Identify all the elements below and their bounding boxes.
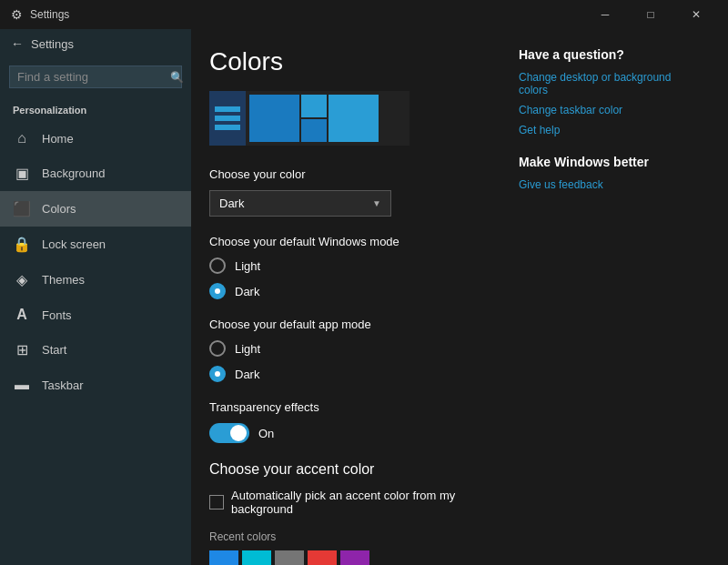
- recent-swatch-1[interactable]: [242, 550, 271, 565]
- color-dropdown[interactable]: Dark ▼: [209, 190, 391, 217]
- tile-group-2: [301, 95, 327, 142]
- home-icon: ⌂: [13, 130, 31, 146]
- themes-icon: ◈: [13, 271, 31, 288]
- sidebar-item-start[interactable]: ⊞ Start: [0, 332, 191, 368]
- recent-swatch-0[interactable]: [209, 550, 238, 565]
- windows-mode-group: Light Dark: [209, 257, 500, 299]
- back-button[interactable]: ← Settings: [0, 29, 191, 58]
- main-layout: ← Settings 🔍 Personalization ⌂ Home ▣ Ba…: [0, 29, 728, 565]
- help-link-1[interactable]: Change taskbar color: [519, 104, 701, 116]
- preview-bar-2: [215, 116, 240, 121]
- dropdown-arrow-icon: ▼: [372, 198, 381, 208]
- recent-colors-swatches: [209, 550, 500, 565]
- preview-bar-1: [215, 106, 240, 112]
- sidebar-item-taskbar[interactable]: ▬ Taskbar: [0, 368, 191, 402]
- nav-item-label: Home: [42, 132, 74, 146]
- toggle-knob: [230, 425, 247, 441]
- nav-item-label: Background: [42, 166, 105, 180]
- color-preview: [209, 91, 410, 146]
- tile-3: [329, 95, 379, 142]
- radio-label-light: Light: [235, 259, 260, 273]
- sidebar-item-colors[interactable]: ⬛ Colors: [0, 191, 191, 227]
- sidebar-item-lock-screen[interactable]: 🔒 Lock screen: [0, 227, 191, 262]
- titlebar: ⚙ Settings ─ □ ✕: [0, 0, 728, 29]
- windows-mode-light[interactable]: Light: [209, 257, 500, 274]
- close-button[interactable]: ✕: [675, 0, 717, 29]
- app-mode-dark[interactable]: Dark: [209, 366, 500, 382]
- nav-item-label: Themes: [42, 273, 85, 287]
- radio-label-app-dark: Dark: [235, 368, 259, 381]
- auto-pick-label: Automatically pick an accent color from …: [231, 489, 500, 516]
- sidebar-item-background[interactable]: ▣ Background: [0, 156, 191, 191]
- preview-left: [209, 91, 246, 146]
- preview-bar-3: [215, 125, 240, 130]
- transparency-toggle[interactable]: [209, 423, 249, 443]
- sidebar-item-fonts[interactable]: A Fonts: [0, 298, 191, 332]
- dropdown-value: Dark: [219, 197, 244, 210]
- minimize-button[interactable]: ─: [584, 0, 626, 29]
- tile-sm-1: [249, 95, 299, 142]
- search-icon: 🔍: [170, 71, 184, 84]
- app-mode-group: Light Dark: [209, 340, 500, 382]
- help-link-2[interactable]: Get help: [519, 124, 701, 136]
- auto-pick-checkbox[interactable]: [209, 495, 224, 510]
- recent-swatch-3[interactable]: [308, 550, 337, 565]
- search-box[interactable]: 🔍: [9, 66, 182, 88]
- transparency-value: On: [258, 427, 274, 440]
- radio-circle-dark: [209, 283, 226, 299]
- sidebar-item-home[interactable]: ⌂ Home: [0, 121, 191, 156]
- app-mode-light[interactable]: Light: [209, 340, 500, 357]
- radio-label-dark: Dark: [235, 285, 259, 298]
- radio-circle-app-light: [209, 340, 226, 357]
- windows-mode-label: Choose your default Windows mode: [209, 235, 500, 248]
- content-area: Colors: [191, 29, 728, 565]
- help-link-0[interactable]: Change desktop or background colors: [519, 71, 701, 96]
- titlebar-title: Settings: [30, 8, 69, 21]
- nav-item-label: Start: [42, 343, 66, 357]
- radio-circle-light: [209, 257, 226, 274]
- make-better-title: Make Windows better: [519, 155, 701, 169]
- auto-pick-row[interactable]: Automatically pick an accent color from …: [209, 489, 500, 516]
- tile-1: [301, 95, 327, 117]
- feedback-link[interactable]: Give us feedback: [519, 178, 701, 191]
- settings-icon: ⚙: [11, 7, 23, 22]
- search-input[interactable]: [17, 70, 170, 84]
- personalization-label: Personalization: [0, 96, 191, 121]
- nav-item-label: Fonts: [42, 308, 72, 322]
- accent-title: Choose your accent color: [209, 461, 500, 478]
- radio-circle-app-dark: [209, 366, 226, 382]
- start-icon: ⊞: [13, 341, 31, 358]
- page-title: Colors: [209, 47, 500, 76]
- preview-tiles: [246, 91, 410, 146]
- tile-group-1: [249, 95, 299, 142]
- app-mode-label: Choose your default app mode: [209, 318, 500, 331]
- titlebar-controls: ─ □ ✕: [584, 0, 717, 29]
- lock-icon: 🔒: [13, 236, 31, 253]
- nav-item-label: Colors: [42, 202, 76, 216]
- tile-2: [301, 119, 327, 142]
- recent-colors-title: Recent colors: [209, 530, 500, 543]
- nav-item-label: Lock screen: [42, 237, 106, 251]
- content-main: Colors: [209, 47, 500, 547]
- colors-icon: ⬛: [13, 200, 31, 217]
- radio-label-app-light: Light: [235, 342, 260, 356]
- choose-color-label: Choose your color: [209, 167, 500, 181]
- fonts-icon: A: [13, 307, 31, 323]
- recent-swatch-4[interactable]: [340, 550, 369, 565]
- maximize-button[interactable]: □: [630, 0, 672, 29]
- background-icon: ▣: [13, 165, 31, 182]
- help-title: Have a question?: [519, 47, 701, 62]
- sidebar-item-themes[interactable]: ◈ Themes: [0, 262, 191, 298]
- windows-mode-dark[interactable]: Dark: [209, 283, 500, 299]
- recent-swatch-2[interactable]: [275, 550, 304, 565]
- back-label: Settings: [31, 37, 74, 51]
- taskbar-icon: ▬: [13, 377, 31, 393]
- nav-item-label: Taskbar: [42, 378, 84, 392]
- back-arrow-icon: ←: [11, 36, 24, 51]
- transparency-toggle-row: On: [209, 423, 500, 443]
- transparency-label: Transparency effects: [209, 400, 500, 414]
- tile-group-3: [329, 95, 379, 142]
- help-sidebar: Have a question? Change desktop or backg…: [519, 47, 701, 547]
- sidebar: ← Settings 🔍 Personalization ⌂ Home ▣ Ba…: [0, 29, 191, 565]
